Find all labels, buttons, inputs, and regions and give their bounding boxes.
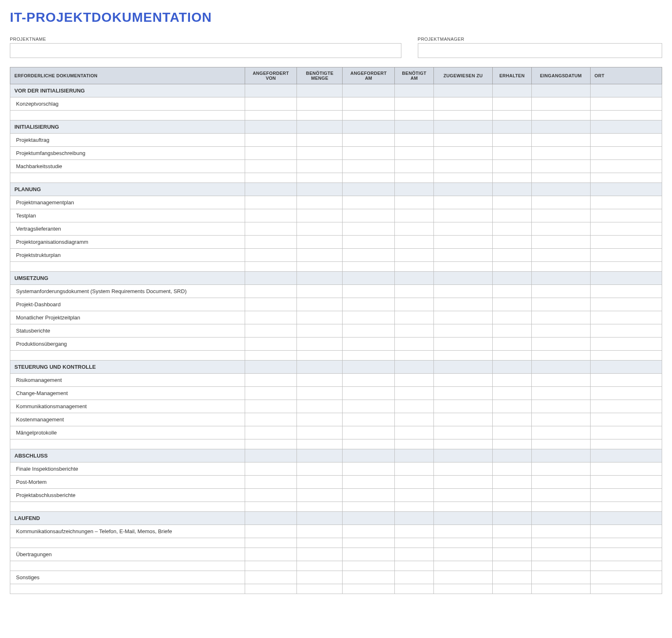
table-cell[interactable] xyxy=(434,183,493,196)
table-cell[interactable] xyxy=(590,538,662,548)
doc-name-cell[interactable]: Statusberichte xyxy=(10,324,245,337)
table-cell[interactable] xyxy=(297,538,343,548)
doc-name-cell[interactable]: Kommunikationsaufzeichnungen – Telefon, … xyxy=(10,525,245,538)
table-cell[interactable] xyxy=(492,134,531,147)
table-cell[interactable] xyxy=(297,337,343,351)
doc-name-cell[interactable]: Mängelprotokolle xyxy=(10,426,245,439)
doc-name-cell[interactable]: Risikomanagement xyxy=(10,374,245,387)
table-cell[interactable] xyxy=(395,324,434,337)
table-cell[interactable] xyxy=(245,97,297,111)
table-cell[interactable] xyxy=(245,387,297,400)
table-cell[interactable] xyxy=(245,571,297,584)
table-cell[interactable] xyxy=(590,272,662,285)
table-cell[interactable] xyxy=(434,512,493,525)
table-cell[interactable] xyxy=(343,120,395,134)
doc-name-cell[interactable]: Finale Inspektionsberichte xyxy=(10,462,245,476)
doc-name-cell[interactable] xyxy=(10,584,245,594)
doc-name-cell[interactable]: Projektstrukturplan xyxy=(10,249,245,262)
table-cell[interactable] xyxy=(531,311,590,324)
table-cell[interactable] xyxy=(590,525,662,538)
table-cell[interactable] xyxy=(395,548,434,561)
table-cell[interactable] xyxy=(492,262,531,272)
doc-name-cell[interactable]: Machbarkeitsstudie xyxy=(10,160,245,173)
table-cell[interactable] xyxy=(590,134,662,147)
table-cell[interactable] xyxy=(434,525,493,538)
table-cell[interactable] xyxy=(434,462,493,476)
table-cell[interactable] xyxy=(245,160,297,173)
doc-name-cell[interactable]: Testplan xyxy=(10,209,245,222)
doc-name-cell[interactable]: Systemanforderungsdokument (System Requi… xyxy=(10,285,245,298)
table-cell[interactable] xyxy=(590,584,662,594)
doc-name-cell[interactable]: Projektauftrag xyxy=(10,134,245,147)
table-cell[interactable] xyxy=(395,209,434,222)
table-cell[interactable] xyxy=(492,120,531,134)
doc-name-cell[interactable]: Post-Mortem xyxy=(10,476,245,489)
table-cell[interactable] xyxy=(343,489,395,502)
table-cell[interactable] xyxy=(395,120,434,134)
table-cell[interactable] xyxy=(434,374,493,387)
table-cell[interactable] xyxy=(590,462,662,476)
table-cell[interactable] xyxy=(590,374,662,387)
table-cell[interactable] xyxy=(590,183,662,196)
table-cell[interactable] xyxy=(531,413,590,426)
table-cell[interactable] xyxy=(590,249,662,262)
table-cell[interactable] xyxy=(434,426,493,439)
table-cell[interactable] xyxy=(434,489,493,502)
table-cell[interactable] xyxy=(245,222,297,236)
table-cell[interactable] xyxy=(10,351,245,361)
table-cell[interactable] xyxy=(245,361,297,374)
table-cell[interactable] xyxy=(434,449,493,462)
table-cell[interactable] xyxy=(245,426,297,439)
table-cell[interactable] xyxy=(297,426,343,439)
table-cell[interactable] xyxy=(395,222,434,236)
table-cell[interactable] xyxy=(492,324,531,337)
table-cell[interactable] xyxy=(395,449,434,462)
table-cell[interactable] xyxy=(395,351,434,361)
table-cell[interactable] xyxy=(590,502,662,512)
table-cell[interactable] xyxy=(343,351,395,361)
doc-name-cell[interactable]: Projektumfangsbeschreibung xyxy=(10,147,245,160)
table-cell[interactable] xyxy=(297,374,343,387)
table-cell[interactable] xyxy=(590,337,662,351)
table-cell[interactable] xyxy=(531,538,590,548)
table-cell[interactable] xyxy=(395,502,434,512)
table-cell[interactable] xyxy=(297,298,343,311)
table-cell[interactable] xyxy=(395,111,434,120)
table-cell[interactable] xyxy=(245,285,297,298)
table-cell[interactable] xyxy=(395,84,434,97)
table-cell[interactable] xyxy=(492,147,531,160)
table-cell[interactable] xyxy=(434,272,493,285)
table-cell[interactable] xyxy=(245,502,297,512)
table-cell[interactable] xyxy=(343,374,395,387)
doc-name-cell[interactable]: Projektabschlussberichte xyxy=(10,489,245,502)
table-cell[interactable] xyxy=(590,160,662,173)
table-cell[interactable] xyxy=(297,351,343,361)
table-cell[interactable] xyxy=(297,97,343,111)
table-cell[interactable] xyxy=(395,413,434,426)
table-cell[interactable] xyxy=(492,571,531,584)
table-cell[interactable] xyxy=(492,97,531,111)
table-cell[interactable] xyxy=(343,361,395,374)
table-cell[interactable] xyxy=(590,561,662,571)
table-cell[interactable] xyxy=(343,538,395,548)
doc-name-cell[interactable]: Change-Management xyxy=(10,387,245,400)
table-cell[interactable] xyxy=(531,374,590,387)
table-cell[interactable] xyxy=(492,236,531,249)
table-cell[interactable] xyxy=(245,173,297,183)
table-cell[interactable] xyxy=(531,183,590,196)
table-cell[interactable] xyxy=(297,324,343,337)
table-cell[interactable] xyxy=(245,236,297,249)
doc-name-cell[interactable]: Monatlicher Projektzeitplan xyxy=(10,311,245,324)
table-cell[interactable] xyxy=(492,548,531,561)
table-cell[interactable] xyxy=(492,183,531,196)
table-cell[interactable] xyxy=(343,584,395,594)
table-cell[interactable] xyxy=(297,489,343,502)
table-cell[interactable] xyxy=(297,147,343,160)
table-cell[interactable] xyxy=(434,502,493,512)
table-cell[interactable] xyxy=(395,160,434,173)
table-cell[interactable] xyxy=(343,147,395,160)
table-cell[interactable] xyxy=(492,502,531,512)
table-cell[interactable] xyxy=(343,311,395,324)
table-cell[interactable] xyxy=(492,84,531,97)
table-cell[interactable] xyxy=(531,111,590,120)
